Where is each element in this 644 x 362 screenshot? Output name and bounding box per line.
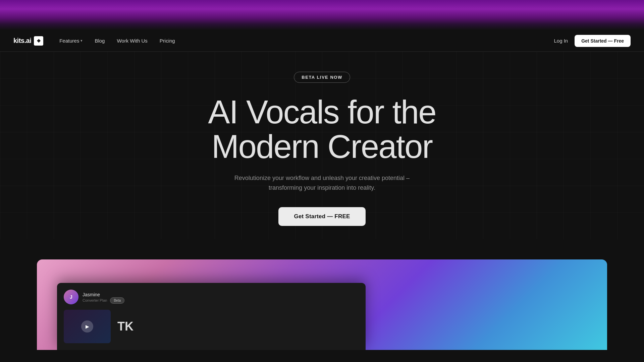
nav-links: Features ▾ Blog Work With Us Pricing (59, 38, 175, 44)
app-window: J Jasmine Converter Plan Beta ▶ (57, 283, 366, 350)
chevron-down-icon: ▾ (80, 39, 83, 43)
top-gradient-banner (0, 0, 644, 30)
get-started-hero-button[interactable]: Get Started — FREE (278, 207, 365, 226)
play-icon: ▶ (86, 324, 89, 329)
app-user-info: Jasmine Converter Plan Beta (83, 292, 124, 302)
app-text-block: TK (117, 310, 133, 343)
avatar-image: J (64, 290, 78, 304)
hero-title: AI Vocals for the Modern Creator (208, 95, 436, 164)
nav-link-features[interactable]: Features ▾ (59, 38, 83, 44)
app-user-plan: Converter Plan Beta (83, 298, 124, 302)
navbar: kits.ai ❖ Features ▾ Blog Work With Us P… (0, 30, 644, 52)
avatar: J (64, 290, 78, 304)
app-preview-container: J Jasmine Converter Plan Beta ▶ (37, 259, 607, 350)
hero-title-line1: AI Vocals for the (208, 94, 436, 130)
nav-link-pricing[interactable]: Pricing (160, 38, 175, 44)
logo-icon: ❖ (34, 36, 43, 46)
app-preview-section: J Jasmine Converter Plan Beta ▶ (0, 259, 644, 350)
svg-text:J: J (70, 294, 72, 300)
logo-text: kits.ai (13, 37, 31, 45)
beta-badge: BETA LIVE NOW (294, 72, 350, 83)
hero-title-line2: Modern Creator (212, 128, 432, 165)
beta-pill: Beta (110, 297, 124, 304)
hero-subtitle: Revolutionize your workflow and unleash … (228, 173, 416, 193)
navbar-right: Log In Get Started — Free (554, 35, 631, 47)
app-initials: TK (117, 319, 133, 334)
hero-section: BETA LIVE NOW AI Vocals for the Modern C… (0, 52, 644, 239)
get-started-nav-button[interactable]: Get Started — Free (575, 35, 631, 47)
nav-link-blog[interactable]: Blog (95, 38, 105, 44)
app-user-name: Jasmine (83, 292, 124, 297)
app-window-header: J Jasmine Converter Plan Beta (64, 290, 359, 304)
nav-link-work-with-us[interactable]: Work With Us (117, 38, 147, 44)
app-thumbnail: ▶ (64, 310, 111, 343)
login-button[interactable]: Log In (554, 38, 568, 44)
logo[interactable]: kits.ai ❖ (13, 36, 43, 46)
navbar-left: kits.ai ❖ Features ▾ Blog Work With Us P… (13, 36, 175, 46)
play-button[interactable]: ▶ (81, 320, 93, 333)
app-content-area: ▶ TK (64, 310, 359, 343)
logo-icon-symbol: ❖ (37, 38, 41, 44)
